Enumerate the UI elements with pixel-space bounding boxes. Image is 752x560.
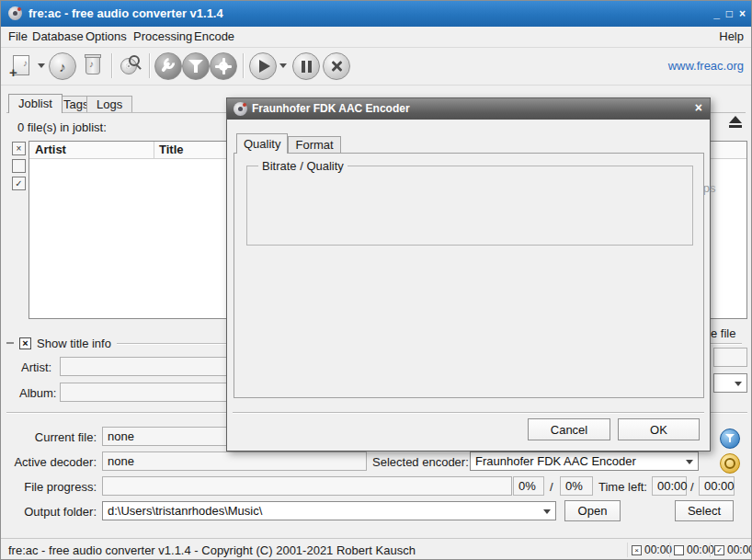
file-progress-bar — [102, 476, 512, 496]
total-progress-percent: 0% — [560, 476, 593, 496]
menu-database[interactable]: Database — [32, 29, 84, 43]
menu-encode[interactable]: Encode — [194, 29, 234, 43]
app-icon — [8, 6, 22, 20]
encoder-settings-icon[interactable] — [210, 52, 237, 80]
track-time-indicator: × 00:00 — [627, 543, 672, 557]
track-time-indicator: 00:00 — [669, 543, 714, 557]
active-decoder-field: none — [102, 451, 367, 471]
file-progress-percent: 0% — [513, 476, 544, 496]
album-label: Album: — [19, 386, 56, 400]
selected-encoder-value: Fraunhofer FDK AAC Encoder — [475, 454, 636, 468]
tab-format[interactable]: Format — [288, 136, 340, 154]
group-title: Bitrate / Quality — [258, 159, 348, 173]
signal-processing-icon[interactable] — [182, 52, 210, 80]
toolbar-separator — [243, 53, 245, 78]
eject-cd-icon[interactable] — [725, 116, 746, 131]
toolbar-separator — [149, 53, 151, 78]
close-button[interactable]: × — [739, 7, 746, 20]
time-left-total-value: 00:00 — [699, 476, 735, 496]
hidden-label-fragment: e file — [711, 326, 735, 340]
time-left-label: Time left: — [598, 480, 647, 494]
output-folder-value: d:\Users\tristanrhodes\Music\ — [108, 504, 262, 518]
menu-processing[interactable]: Processing — [133, 29, 192, 43]
bitrate-quality-group: Bitrate / Quality — [246, 166, 693, 246]
column-header-artist[interactable]: Artist — [35, 143, 66, 156]
menu-help[interactable]: Help — [719, 29, 744, 43]
current-file-label: Current file: — [1, 430, 97, 444]
collapse-handle[interactable] — [6, 342, 14, 344]
chevron-down-icon — [686, 460, 693, 468]
check-box-icon: ✓ — [714, 545, 724, 555]
website-link[interactable]: www.freac.org — [668, 59, 744, 73]
dialog-tabstrip: Quality Format — [236, 133, 341, 154]
x-box-icon: × — [632, 545, 642, 555]
title-bar: fre:ac - free audio converter v1.1.4 _ □… — [1, 1, 751, 27]
empty-box-icon — [674, 545, 684, 555]
minimize-button[interactable]: _ — [713, 7, 720, 20]
add-files-dropdown-arrow[interactable] — [38, 63, 45, 72]
dialog-title: Fraunhofer FDK AAC Encoder — [252, 102, 410, 115]
processing-filter-icon[interactable] — [720, 429, 740, 449]
column-divider[interactable] — [154, 142, 154, 158]
stop-encoding-icon[interactable] — [323, 52, 350, 80]
cancel-button[interactable]: Cancel — [528, 418, 610, 440]
start-encoding-icon[interactable] — [249, 52, 277, 80]
dialog-title-bar: Fraunhofer FDK AAC Encoder × — [227, 98, 710, 120]
maximize-button[interactable]: □ — [726, 7, 733, 20]
show-title-info-label: Show title info — [37, 337, 111, 350]
time-divider: / — [690, 480, 694, 494]
general-settings-icon[interactable] — [154, 52, 182, 80]
pause-encoding-icon[interactable] — [292, 52, 320, 80]
tab-logs[interactable]: Logs — [86, 96, 132, 113]
status-bar: fre:ac - free audio converter v1.1.4 - C… — [1, 538, 751, 560]
menu-options[interactable]: Options — [85, 29, 127, 43]
add-files-icon[interactable] — [8, 52, 34, 78]
menu-bar: File Database Options Processing Encode … — [1, 27, 751, 47]
toggle-selection-button[interactable]: ✓ — [12, 177, 26, 190]
toolbar-separator — [111, 53, 113, 78]
select-none-button[interactable] — [12, 159, 26, 173]
output-folder-label: Output folder: — [1, 505, 97, 519]
encoder-config-dialog: Fraunhofer FDK AAC Encoder × Quality For… — [226, 97, 711, 451]
chevron-down-icon — [735, 382, 742, 390]
dialog-app-icon — [234, 102, 247, 116]
tab-quality[interactable]: Quality — [236, 133, 288, 154]
progress-divider: / — [550, 480, 553, 494]
timer-value: 00:00 — [727, 543, 752, 556]
selected-encoder-label: Selected encoder: — [372, 455, 464, 469]
time-left-value: 00:00 — [652, 476, 687, 496]
window-title: fre:ac - free audio converter v1.1.4 — [28, 6, 223, 20]
hidden-field-fragment-2[interactable] — [713, 373, 747, 393]
menu-file[interactable]: File — [8, 29, 28, 43]
statusbar-text: fre:ac - free audio converter v1.1.4 - C… — [8, 543, 416, 557]
toolbar: ♪ www.freac.org — [1, 47, 751, 86]
start-encoding-dropdown-arrow[interactable] — [279, 63, 287, 72]
column-header-title[interactable]: Title — [159, 143, 184, 156]
chevron-down-icon — [543, 509, 551, 518]
cddb-query-icon[interactable] — [118, 52, 143, 78]
dialog-divider — [233, 412, 704, 414]
file-progress-label: File progress: — [1, 480, 97, 494]
show-title-info-checkbox[interactable]: × — [19, 337, 31, 349]
output-folder-dropdown[interactable]: d:\Users\tristanrhodes\Music\ — [102, 501, 556, 520]
open-folder-button[interactable]: Open — [564, 500, 621, 521]
select-all-button[interactable]: × — [12, 142, 26, 155]
ok-button[interactable]: OK — [618, 418, 700, 440]
encoder-config-icon[interactable] — [720, 453, 740, 474]
selected-encoder-dropdown[interactable]: Fraunhofer FDK AAC Encoder — [470, 451, 699, 471]
active-decoder-label: Active decoder: — [1, 455, 97, 469]
timer-value: 00:00 — [644, 543, 672, 556]
dialog-close-button[interactable]: × — [695, 100, 702, 115]
tab-joblist[interactable]: Joblist — [8, 94, 63, 113]
joblist-count-text: 0 file(s) in joblist: — [17, 120, 107, 134]
track-time-indicator: ✓ 00:00 — [710, 543, 752, 557]
hidden-field-fragment-1[interactable] — [713, 348, 747, 367]
remove-entry-icon[interactable] — [80, 52, 106, 78]
freac-main-window: fre:ac - free audio converter v1.1.4 _ □… — [0, 0, 752, 560]
open-audio-cd-icon[interactable]: ♪ — [49, 52, 76, 80]
select-folder-button[interactable]: Select — [675, 500, 734, 521]
artist-label: Artist: — [21, 360, 51, 374]
